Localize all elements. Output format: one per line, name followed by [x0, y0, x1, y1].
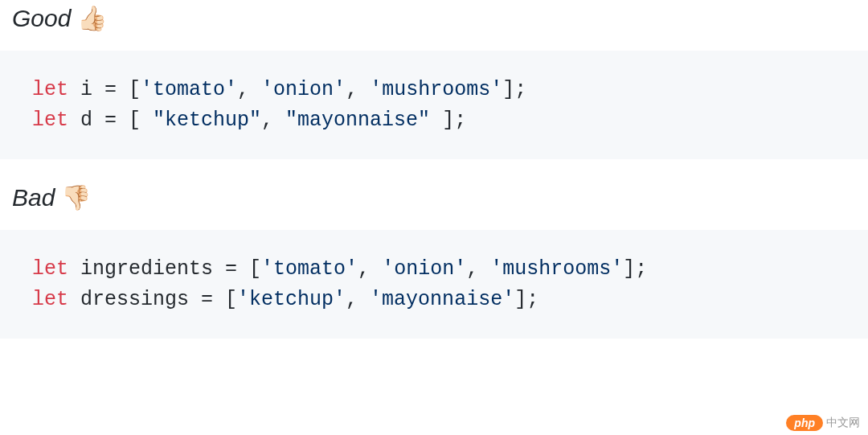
string: 'mushrooms' — [370, 78, 502, 101]
punct: , — [466, 257, 490, 281]
punct: , — [237, 78, 261, 101]
bad-label: Bad — [12, 184, 55, 211]
punct: ]; — [514, 288, 538, 311]
var-name: ingredients — [68, 257, 225, 281]
punct: , — [261, 109, 285, 132]
string: "mayonnaise" — [285, 109, 430, 132]
punct: ]; — [623, 257, 647, 281]
string: 'tomato' — [141, 78, 237, 101]
code-line: let dressings = ['ketchup', 'mayonnaise'… — [32, 285, 836, 315]
thumbs-down-icon: 👎🏻 — [61, 183, 91, 211]
code-line: let ingredients = ['tomato', 'onion', 'm… — [32, 254, 836, 285]
punct: = [ — [104, 109, 153, 132]
php-badge-icon: php — [786, 415, 823, 431]
string: 'ketchup' — [237, 288, 346, 311]
code-line: let i = ['tomato', 'onion', 'mushrooms']… — [32, 75, 836, 105]
punct: , — [358, 257, 382, 281]
string: 'onion' — [382, 257, 466, 281]
keyword-let: let — [32, 78, 68, 101]
keyword-let: let — [32, 109, 68, 132]
var-name: i — [68, 78, 104, 101]
punct: = [ — [225, 257, 261, 281]
watermark: php 中文网 — [786, 415, 860, 431]
string: "ketchup" — [153, 109, 261, 132]
code-line: let d = [ "ketchup", "mayonnaise" ]; — [32, 105, 836, 136]
bad-code-block: let ingredients = ['tomato', 'onion', 'm… — [0, 230, 868, 339]
var-name: dressings — [68, 288, 201, 311]
var-name: d — [68, 109, 104, 132]
punct: , — [346, 288, 370, 311]
thumbs-up-icon: 👍🏻 — [77, 4, 107, 32]
string: 'onion' — [261, 78, 346, 101]
bad-heading: Bad 👎🏻 — [0, 159, 868, 218]
keyword-let: let — [32, 257, 68, 281]
good-heading: Good 👍🏻 — [0, 0, 868, 39]
good-code-block: let i = ['tomato', 'onion', 'mushrooms']… — [0, 51, 868, 159]
punct: = [ — [201, 288, 237, 311]
keyword-let: let — [32, 288, 68, 311]
good-label: Good — [12, 5, 71, 32]
watermark-text: 中文网 — [826, 416, 860, 430]
punct: ]; — [502, 78, 526, 101]
string: 'tomato' — [261, 257, 358, 281]
punct: , — [346, 78, 370, 101]
punct: = [ — [104, 78, 141, 101]
punct: ]; — [430, 109, 466, 132]
string: 'mushrooms' — [490, 257, 623, 281]
string: 'mayonnaise' — [370, 288, 514, 311]
